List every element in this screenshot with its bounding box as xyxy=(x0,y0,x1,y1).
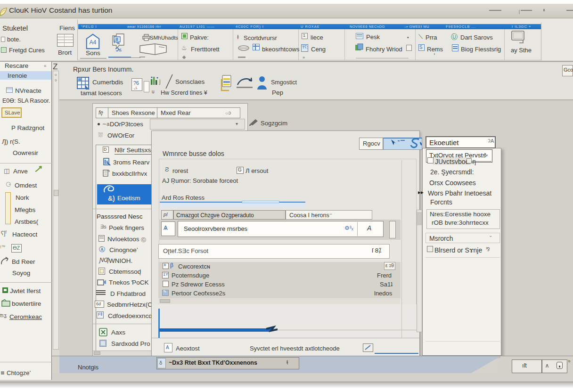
svg-text:A4: A4 xyxy=(89,39,96,46)
